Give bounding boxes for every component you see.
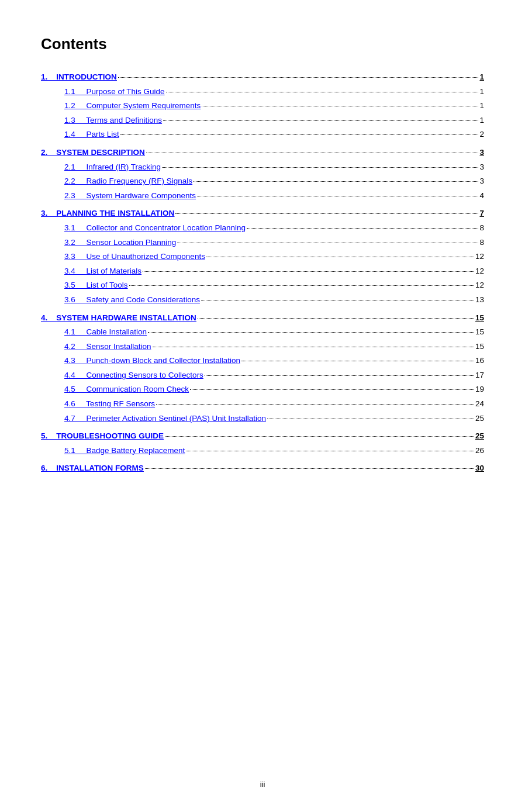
toc-link-3-5[interactable]: 3.5 List of Tools [64,281,128,289]
toc-subsection-4-3: 4.3 Punch-down Block and Collector Insta… [41,354,484,367]
toc-link-3-3[interactable]: 3.3 Use of Unauthorized Components [64,252,205,261]
page-number: iii [260,780,265,789]
toc-link-2-2[interactable]: 2.2 Radio Frequency (RF) Signals [64,177,192,185]
toc-section-1: 1. INTRODUCTION 1 [41,71,484,84]
toc-link-4-4[interactable]: 4.4 Connecting Sensors to Collectors [64,371,203,379]
toc-link-1-3[interactable]: 1.3 Terms and Definitions [64,116,162,125]
toc-link-section-3[interactable]: 3. PLANNING THE INSTALLATION [41,209,174,217]
toc-link-section-6[interactable]: 6. INSTALLATION FORMS [41,464,144,472]
toc-link-section-5[interactable]: 5. TROUBLESHOOTING GUIDE [41,431,164,440]
toc-link-3-6[interactable]: 3.6 Safety and Code Considerations [64,295,200,304]
toc-link-section-4[interactable]: 4. SYSTEM HARDWARE INSTALLATION [41,313,196,322]
toc-link-4-7[interactable]: 4.7 Perimeter Activation Sentinel (PAS) … [64,414,266,423]
page-title: Contents [41,35,484,53]
toc-section-2: 2. SYSTEM DESCRIPTION 3 [41,146,484,159]
toc-subsection-3-4: 3.4 List of Materials 12 [41,265,484,278]
toc-subsection-3-1: 3.1 Collector and Concentrator Location … [41,222,484,234]
toc-link-1-4[interactable]: 1.4 Parts List [64,130,119,139]
toc-link-3-4[interactable]: 3.4 List of Materials [64,267,141,275]
toc-link-3-1[interactable]: 3.1 Collector and Concentrator Location … [64,223,246,232]
toc-subsection-5-1: 5.1 Badge Battery Replacement 26 [41,444,484,457]
toc-link-4-5[interactable]: 4.5 Communication Room Check [64,385,189,393]
toc-section-4: 4. SYSTEM HARDWARE INSTALLATION 15 [41,312,484,324]
toc-link-3-2[interactable]: 3.2 Sensor Location Planning [64,238,176,247]
toc-subsection-3-2: 3.2 Sensor Location Planning 8 [41,236,484,249]
toc-link-4-6[interactable]: 4.6 Testing RF Sensors [64,399,155,408]
toc-link-5-1[interactable]: 5.1 Badge Battery Replacement [64,446,185,455]
toc-link-1-1[interactable]: 1.1 Purpose of This Guide [64,87,165,96]
toc-link-2-3[interactable]: 2.3 System Hardware Components [64,191,196,200]
toc-section-3: 3. PLANNING THE INSTALLATION 7 [41,207,484,220]
toc-subsection-1-2: 1.2 Computer System Requirements 1 [41,99,484,112]
toc-section-5: 5. TROUBLESHOOTING GUIDE 25 [41,430,484,443]
toc-link-section-1[interactable]: 1. INTRODUCTION [41,72,117,81]
toc-link-4-3[interactable]: 4.3 Punch-down Block and Collector Insta… [64,356,240,365]
toc-subsection-1-4: 1.4 Parts List 2 [41,128,484,141]
toc-subsection-3-3: 3.3 Use of Unauthorized Components 12 [41,250,484,263]
toc-subsection-4-6: 4.6 Testing RF Sensors 24 [41,398,484,410]
toc-subsection-1-3: 1.3 Terms and Definitions 1 [41,114,484,127]
table-of-contents: 1. INTRODUCTION 1 1.1 Purpose of This Gu… [41,71,484,475]
toc-link-section-2[interactable]: 2. SYSTEM DESCRIPTION [41,148,145,157]
toc-link-1-2[interactable]: 1.2 Computer System Requirements [64,101,201,110]
toc-subsection-4-2: 4.2 Sensor Installation 15 [41,340,484,353]
toc-link-4-2[interactable]: 4.2 Sensor Installation [64,342,151,351]
toc-subsection-4-4: 4.4 Connecting Sensors to Collectors 17 [41,369,484,382]
toc-subsection-2-1: 2.1 Infrared (IR) Tracking 3 [41,161,484,174]
toc-subsection-2-3: 2.3 System Hardware Components 4 [41,189,484,202]
toc-subsection-3-6: 3.6 Safety and Code Considerations 13 [41,293,484,306]
toc-subsection-4-5: 4.5 Communication Room Check 19 [41,383,484,396]
toc-link-2-1[interactable]: 2.1 Infrared (IR) Tracking [64,163,161,171]
toc-section-6: 6. INSTALLATION FORMS 30 [41,462,484,475]
toc-subsection-1-1: 1.1 Purpose of This Guide 1 [41,85,484,98]
toc-subsection-4-7: 4.7 Perimeter Activation Sentinel (PAS) … [41,412,484,425]
toc-link-4-1[interactable]: 4.1 Cable Installation [64,327,147,336]
page-footer: iii [0,780,525,789]
toc-subsection-4-1: 4.1 Cable Installation 15 [41,326,484,338]
toc-subsection-3-5: 3.5 List of Tools 12 [41,279,484,292]
toc-subsection-2-2: 2.2 Radio Frequency (RF) Signals 3 [41,175,484,188]
